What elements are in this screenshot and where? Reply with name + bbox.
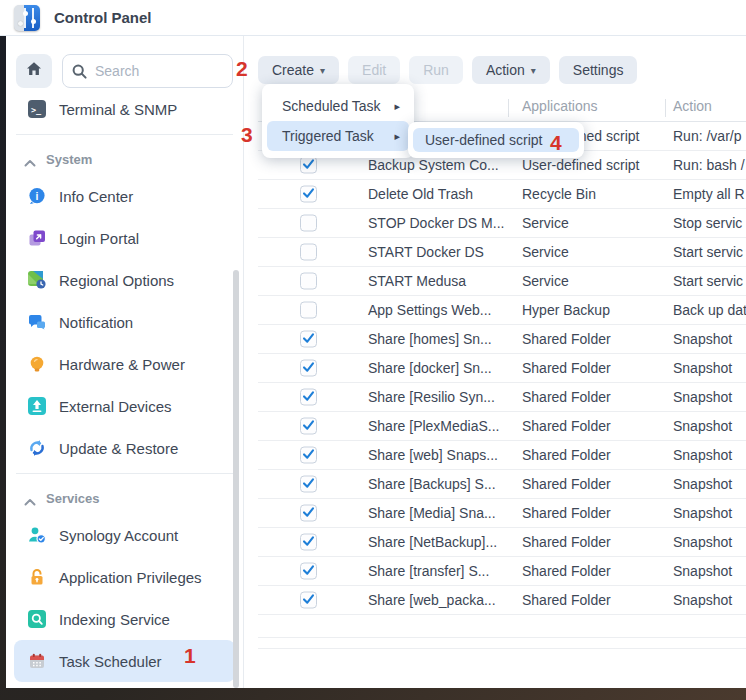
window-title: Control Panel [54,9,152,26]
task-name-cell: Share [homes] Sn... [368,331,492,347]
svg-text:i: i [35,190,38,202]
indexing-icon [28,610,46,628]
row-checkbox[interactable] [300,157,317,174]
sidebar-item-update-restore[interactable]: Update & Restore [14,427,235,469]
notification-icon [28,313,46,331]
sidebar-item-label: Notification [59,314,133,331]
home-button[interactable] [16,54,52,88]
row-checkbox[interactable] [300,505,317,522]
sidebar-item-info-center[interactable]: i Info Center [14,175,235,217]
task-name-cell: Backup System Co... [368,157,499,173]
column-header-action[interactable]: Action [673,98,712,114]
row-checkbox[interactable] [300,244,317,261]
table-row[interactable]: Share [PlexMediaS... Shared Folder Snaps… [258,412,746,441]
sidebar-item-notification[interactable]: Notification [14,301,235,343]
menu-item-triggered-task[interactable]: Triggered Task ▸ [267,121,409,151]
table-row[interactable]: App Settings Web... Hyper Backup Back up… [258,296,746,325]
application-cell: Shared Folder [522,505,611,521]
row-checkbox[interactable] [300,476,317,493]
menu-item-scheduled-task[interactable]: Scheduled Task ▸ [267,91,409,121]
create-dropdown-menu: Scheduled Task ▸ Triggered Task ▸ [262,84,414,158]
sidebar-item-task-scheduler[interactable]: Task Scheduler [14,640,235,682]
sidebar-item-synology-account[interactable]: Synology Account [14,514,235,556]
lightbulb-icon [28,355,46,373]
application-cell: User-defined script [522,157,640,173]
table-row[interactable]: START Docker DS Service Start servic [258,238,746,267]
sidebar-scrollbar[interactable] [233,270,239,688]
search-box[interactable] [62,54,233,88]
task-name-cell: STOP Docker DS M... [368,215,504,231]
table-row[interactable]: Share [Backups] S... Shared Folder Snaps… [258,470,746,499]
column-header-applications[interactable]: Applications [522,98,598,114]
row-checkbox[interactable] [300,186,317,203]
task-name-cell: Share [transfer] S... [368,563,489,579]
task-name-cell: Delete Old Trash [368,186,473,202]
toolbar: Create▾ Edit Run Action▾ Settings [244,36,746,84]
search-input[interactable] [95,63,224,79]
settings-button[interactable]: Settings [559,56,638,84]
row-checkbox[interactable] [300,592,317,609]
application-cell: Service [522,244,569,260]
table-row[interactable]: Share [web] Snaps... Shared Folder Snaps… [258,441,746,470]
sidebar-item-application-privileges[interactable]: Application Privileges [14,556,235,598]
task-table: User-defined script Run: /var/p Backup S… [244,122,746,649]
sidebar-item-label: Login Portal [59,230,139,247]
sidebar: >_ Terminal & SNMP System i Info Center [6,36,244,688]
row-checkbox[interactable] [300,360,317,377]
sidebar-item-label: Indexing Service [59,611,170,628]
action-cell: Empty all R [673,186,745,202]
row-checkbox[interactable] [300,447,317,464]
table-row[interactable]: Share [NetBackup]... Shared Folder Snaps… [258,528,746,557]
sidebar-item-label: Synology Account [59,527,178,544]
row-checkbox[interactable] [300,302,317,319]
table-row[interactable]: STOP Docker DS M... Service Stop servic [258,209,746,238]
step-annotation-2: 2 [236,58,248,79]
action-cell: Run: bash / [673,157,745,173]
row-checkbox[interactable] [300,389,317,406]
section-label: Services [46,491,100,506]
application-cell: Service [522,273,569,289]
table-row[interactable]: Delete Old Trash Recycle Bin Empty all R [258,180,746,209]
table-row[interactable]: Share [Media] Sna... Shared Folder Snaps… [258,499,746,528]
run-button[interactable]: Run [409,56,463,84]
application-cell: Shared Folder [522,389,611,405]
task-name-cell: Share [PlexMediaS... [368,418,500,434]
task-name-cell: START Medusa [368,273,466,289]
sidebar-item-hardware-power[interactable]: Hardware & Power [14,343,235,385]
application-cell: Shared Folder [522,360,611,376]
svg-text:>_: >_ [31,105,42,115]
column-separator [508,99,509,117]
row-checkbox[interactable] [300,563,317,580]
table-row[interactable]: Share [web_packa... Shared Folder Snapsh… [258,586,746,615]
action-cell: Snapshot [673,360,732,376]
table-row[interactable]: Share [docker] Sn... Shared Folder Snaps… [258,354,746,383]
sidebar-item-label: Terminal & SNMP [59,101,177,118]
table-row[interactable]: Share [transfer] S... Shared Folder Snap… [258,557,746,586]
step-annotation-1: 1 [184,645,196,666]
edit-button[interactable]: Edit [348,56,400,84]
section-header-services[interactable]: Services [6,482,243,514]
sidebar-item-indexing-service[interactable]: Indexing Service [14,598,235,640]
action-cell: Snapshot [673,476,732,492]
table-row[interactable]: START Medusa Service Start servic [258,267,746,296]
sidebar-item-login-portal[interactable]: Login Portal [14,217,235,259]
info-icon: i [28,187,46,205]
row-checkbox[interactable] [300,215,317,232]
section-header-system[interactable]: System [6,143,243,175]
sidebar-item-external-devices[interactable]: External Devices [14,385,235,427]
create-button[interactable]: Create▾ [258,56,339,84]
sidebar-item-label: Info Center [59,188,133,205]
row-checkbox[interactable] [300,331,317,348]
sidebar-item-terminal-snmp[interactable]: >_ Terminal & SNMP [14,88,235,130]
table-row[interactable]: Share [Resilio Syn... Shared Folder Snap… [258,383,746,412]
task-name-cell: Share [docker] Sn... [368,360,492,376]
action-button[interactable]: Action▾ [472,56,550,84]
table-row[interactable]: Share [homes] Sn... Shared Folder Snapsh… [258,325,746,354]
row-checkbox[interactable] [300,534,317,551]
sidebar-item-regional-options[interactable]: Regional Options [14,259,235,301]
task-name-cell: App Settings Web... [368,302,491,318]
desktop: Control Panel >_ [0,0,746,700]
action-cell: Run: /var/p [673,128,741,144]
row-checkbox[interactable] [300,273,317,290]
row-checkbox[interactable] [300,418,317,435]
